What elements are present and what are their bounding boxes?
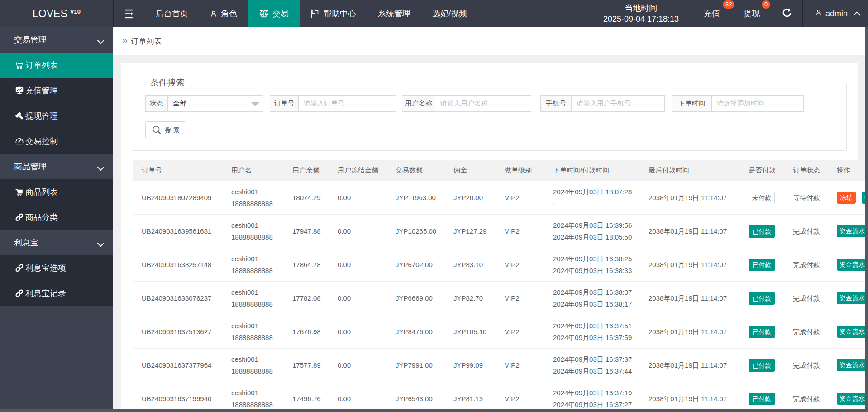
cell-balance: 18074.29 [284,181,329,214]
cell-frozen-text: 0.00 [338,359,387,371]
action-button[interactable]: 资金流水 [837,326,865,338]
sidebar-group-2[interactable]: 商品管理 [0,154,113,179]
sidebar-item-label: 订单列表 [25,60,58,71]
col-header-11: 订单状态 [784,160,828,181]
cell-order-status-text: 完成付款 [793,326,828,338]
action-button[interactable]: 资金流水 [837,292,865,304]
cell-last-pay-time: 2038年01月19日 11:14:07 [640,349,740,382]
cell-user: ceshi00118888888888 [223,248,284,281]
cell-order-no-text: UB2409031639561681 [142,225,223,237]
horizontal-scrollbar[interactable] [0,409,868,412]
paid-badge: 已付款 [749,393,775,405]
cell-order-no: UB2409031637199940 [133,382,223,409]
sidebar-group-1[interactable]: 交易管理 [0,27,113,53]
cell-level-text: VIP2 [505,326,544,338]
sidebar-item-1-4[interactable]: 交易控制 [0,129,113,154]
sidebar-item-2-1[interactable]: 商品列表 [0,179,113,205]
action-button[interactable]: 冻结 [837,192,856,204]
cell-level: VIP2 [496,248,544,281]
field-input[interactable]: 请输入用户手机号 [571,95,665,112]
top-bar: LOVES V10 后台首页角色交易帮助中心系统管理选妃/视频 当地时间2025… [0,0,868,27]
nav-item-5[interactable]: 系统管理 [367,0,421,27]
recharge-link[interactable]: 充值32 [692,0,732,27]
cell-last-pay-time-text: 2038年01月19日 11:14:07 [649,225,740,237]
action-button[interactable]: 资金流水 [837,393,865,405]
cell-pay-status-text: 未付款 [749,192,784,204]
cell-order-no-text: UB2409031637513627 [142,326,223,338]
sidebar-item-1-3[interactable]: 提现管理 [0,103,113,129]
cell-pay-status: 未付款 [740,181,784,214]
cell-level-text: VIP2 [505,192,544,204]
nav-item-label: 选妃/视频 [432,8,467,19]
action-button[interactable]: 强制付款 [862,192,865,204]
link-icon [15,263,24,273]
cell-order-time-text: 2024年09月03日 16:37:19 [553,387,640,399]
nav-item-2[interactable]: 角色 [199,0,248,27]
cell-balance-text: 18074.29 [292,192,329,204]
user-menu[interactable]: admin [802,0,868,27]
field-input[interactable]: 请选择添加时间 [711,95,804,112]
status-select[interactable]: 全部 [167,95,263,112]
withdraw-link[interactable]: 提现0 [732,0,772,27]
nav-item-6[interactable]: 选妃/视频 [421,0,478,27]
cell-pay-status-text: 已付款 [749,259,784,271]
sidebar-item-1-2[interactable]: 充值管理 [0,78,113,103]
cell-balance-text: 17947.88 [292,225,329,237]
nav-item-4[interactable]: 帮助中心 [300,0,367,27]
cell-order-time-text: 2024年09月03日 16:38:07 [553,287,640,298]
paid-badge: 已付款 [749,359,775,372]
action-button[interactable]: 资金流水 [837,359,865,371]
page-title: 订单列表 [131,36,162,47]
field-input[interactable]: 请输入用户名称 [435,95,531,112]
cell-frozen-text: 0.00 [338,292,387,304]
col-header-8: 下单时间/付款时间 [544,160,640,181]
withdraw-badge: 0 [762,0,770,9]
sidebar-item-2-2[interactable]: 商品分类 [0,205,113,230]
action-button[interactable]: 资金流水 [837,259,865,271]
search-field-2: 用户名称请输入用户名称 [402,95,531,112]
menu-collapse-icon[interactable] [118,0,140,27]
cell-amount-text: JYP11963.00 [396,192,445,204]
cell-balance: 17577.89 [284,349,329,382]
cell-commission: JYP99.09 [445,349,496,382]
cell-order-time: 2024年09月03日 16:37:512024年09月03日 16:37:59 [544,315,640,348]
cell-last-pay-time: 2038年01月19日 11:14:07 [640,181,740,214]
cell-order-time: 2024年09月03日 16:37:192024年09月03日 16:37:27 [544,382,640,409]
cell-pay-status-text: 已付款 [749,225,784,238]
sidebar-item-3-2[interactable]: 利息宝记录 [0,281,113,306]
sidebar-item-label: 商品分类 [25,212,58,223]
screen-icon [15,86,24,95]
search-button[interactable]: 搜 索 [145,121,186,139]
nav-item-1[interactable]: 后台首页 [145,0,199,27]
action-button[interactable]: 资金流水 [837,225,865,237]
table-row-6: UB2409031637377964ceshi00118888888888175… [133,349,865,382]
col-header-2-text: 用户名 [231,166,252,175]
cell-order-time-text: 2024年09月03日 16:37:27 [553,399,640,409]
chevron-down-icon [97,37,105,47]
user-menu-content: admin [815,9,861,19]
refresh-icon [782,8,792,20]
topbar-divider [591,0,591,27]
cell-commission-text: JYP82.70 [453,292,496,304]
refresh-button[interactable] [772,0,802,27]
cell-order-time-text: - [553,198,640,210]
cell-order-status: 完成付款 [784,382,828,409]
paid-badge: 已付款 [749,326,775,338]
sidebar-item-3-1[interactable]: 利息宝选项 [0,255,113,281]
cell-last-pay-time-text: 2038年01月19日 11:14:07 [649,192,740,204]
cell-user: ceshi00118888888888 [223,282,284,315]
sidebar: 交易管理订单列表充值管理提现管理交易控制商品管理商品列表商品分类利息宝利息宝选项… [0,27,113,412]
sidebar-item-1-1[interactable]: 订单列表 [0,53,113,78]
field-input[interactable]: 请输入订单号 [298,95,396,112]
table-row-3: UB2409031638257148ceshi00118888888888178… [133,248,865,282]
cell-level-text: VIP2 [505,393,544,405]
cell-order-no: UB2409031807289409 [133,181,223,214]
vertical-scrollbar[interactable] [865,27,868,409]
cell-pay-status-text: 已付款 [749,393,784,405]
cell-commission: JYP81.13 [445,382,496,409]
cell-pay-status: 已付款 [740,215,784,248]
cell-amount-text: JYP7991.00 [396,359,445,371]
sidebar-group-3[interactable]: 利息宝 [0,230,113,255]
cell-frozen: 0.00 [329,382,387,409]
nav-item-3[interactable]: 交易 [248,0,300,27]
